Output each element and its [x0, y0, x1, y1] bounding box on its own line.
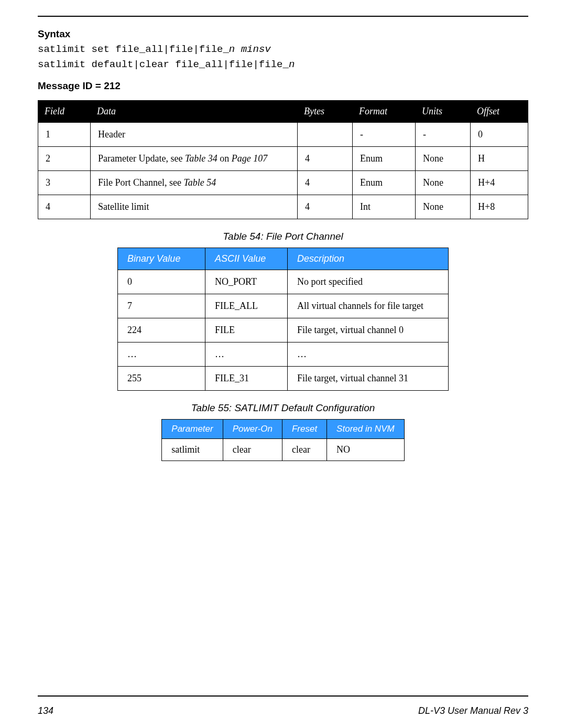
col-format: Format: [353, 100, 416, 122]
cell-bin: 224: [118, 318, 205, 342]
cell-ascii: NO_PORT: [205, 270, 288, 294]
syntax-line-2-prefix: satlimit default|clear file_all|file|fil…: [38, 59, 289, 70]
table-header-row: Field Data Bytes Format Units Offset: [38, 100, 528, 122]
cell-offset: H: [471, 146, 528, 170]
bottom-rule: [38, 695, 528, 697]
cell-offset: H+8: [471, 195, 528, 219]
col-units: Units: [416, 100, 471, 122]
satlimit-default-config-table: Parameter Power-On Freset Stored in NVM …: [161, 419, 404, 461]
cell-bin: 7: [118, 294, 205, 318]
syntax-line-1-n: n: [229, 44, 235, 55]
cell-bytes: [298, 122, 353, 146]
cell-data-mid: on: [217, 153, 232, 164]
cell-desc: …: [288, 342, 449, 366]
cell-data: Satellite limit: [91, 195, 298, 219]
cell-units: -: [416, 122, 471, 146]
cell-offset: 0: [471, 122, 528, 146]
cell-bin: …: [118, 342, 205, 366]
cell-units: None: [416, 146, 471, 170]
syntax-line-1-space: [235, 44, 241, 55]
cell-nvm: NO: [327, 438, 405, 461]
col-offset: Offset: [471, 100, 528, 122]
cell-desc: All virtual channels for file target: [288, 294, 449, 318]
cell-bytes: 4: [298, 195, 353, 219]
cell-field: 3: [38, 170, 91, 195]
cell-freset: clear: [282, 438, 326, 461]
top-rule: [38, 16, 528, 17]
cell-format: Enum: [353, 170, 416, 195]
message-id-heading: Message ID = 212: [38, 80, 528, 92]
cell-data: Parameter Update, see Table 34 on Page 1…: [91, 146, 298, 170]
footer-doc-title: DL-V3 User Manual Rev 3: [418, 705, 528, 716]
table-header-row: Binary Value ASCII Value Description: [118, 248, 449, 270]
table-header-row: Parameter Power-On Freset Stored in NVM: [162, 419, 404, 438]
syntax-line-1-minsv: minsv: [241, 44, 271, 55]
table-54-caption: Table 54: File Port Channel: [38, 231, 528, 242]
cell-bin: 255: [118, 366, 205, 390]
cell-ascii: …: [205, 342, 288, 366]
syntax-heading: Syntax: [38, 28, 528, 40]
col-freset: Freset: [282, 419, 326, 438]
cell-bin: 0: [118, 270, 205, 294]
cell-field: 2: [38, 146, 91, 170]
cell-bytes: 4: [298, 146, 353, 170]
cell-format: Enum: [353, 146, 416, 170]
col-bytes: Bytes: [298, 100, 353, 122]
table-row: 224 FILE File target, virtual channel 0: [118, 318, 449, 342]
table-row: 3 File Port Channel, see Table 54 4 Enum…: [38, 170, 528, 195]
cell-data: File Port Channel, see Table 54: [91, 170, 298, 195]
table-row: 0 NO_PORT No port specified: [118, 270, 449, 294]
col-binary-value: Binary Value: [118, 248, 205, 270]
cell-param: satlimit: [162, 438, 223, 461]
col-stored-nvm: Stored in NVM: [327, 419, 405, 438]
cell-data-prefix: File Port Channel, see: [98, 177, 183, 188]
col-data: Data: [91, 100, 298, 122]
col-ascii-value: ASCII Value: [205, 248, 288, 270]
message-fields-table: Field Data Bytes Format Units Offset 1 H…: [38, 100, 528, 219]
table-row: 1 Header - - 0: [38, 122, 528, 146]
table-row: 2 Parameter Update, see Table 34 on Page…: [38, 146, 528, 170]
document-page: Syntax satlimit set file_all|file|file_n…: [0, 0, 566, 728]
syntax-line-2: satlimit default|clear file_all|file|fil…: [38, 57, 528, 72]
table-row: … … …: [118, 342, 449, 366]
page-ref-link[interactable]: Page 107: [232, 153, 267, 164]
cell-units: None: [416, 195, 471, 219]
cell-format: -: [353, 122, 416, 146]
col-power-on: Power-On: [223, 419, 282, 438]
cell-offset: H+4: [471, 170, 528, 195]
table-ref-link[interactable]: Table 54: [183, 177, 216, 188]
col-parameter: Parameter: [162, 419, 223, 438]
col-field: Field: [38, 100, 91, 122]
cell-ascii: FILE_ALL: [205, 294, 288, 318]
col-description: Description: [288, 248, 449, 270]
syntax-line-2-n: n: [289, 59, 295, 70]
file-port-channel-table: Binary Value ASCII Value Description 0 N…: [117, 248, 449, 391]
footer-page-number: 134: [38, 705, 53, 716]
table-row: 255 FILE_31 File target, virtual channel…: [118, 366, 449, 390]
table-row: 4 Satellite limit 4 Int None H+8: [38, 195, 528, 219]
cell-field: 1: [38, 122, 91, 146]
page-footer: 134 DL-V3 User Manual Rev 3: [38, 705, 528, 716]
cell-desc: No port specified: [288, 270, 449, 294]
table-ref-link[interactable]: Table 34: [185, 153, 217, 164]
cell-field: 4: [38, 195, 91, 219]
cell-data: Header: [91, 122, 298, 146]
cell-bytes: 4: [298, 170, 353, 195]
cell-data-prefix: Parameter Update, see: [98, 153, 185, 164]
cell-poweron: clear: [223, 438, 282, 461]
syntax-line-1: satlimit set file_all|file|file_n minsv: [38, 42, 528, 57]
cell-units: None: [416, 170, 471, 195]
syntax-line-1-prefix: satlimit set file_all|file|file_: [38, 44, 229, 55]
cell-ascii: FILE: [205, 318, 288, 342]
cell-format: Int: [353, 195, 416, 219]
table-55-caption: Table 55: SATLIMIT Default Configuration: [38, 402, 528, 414]
cell-ascii: FILE_31: [205, 366, 288, 390]
table-row: 7 FILE_ALL All virtual channels for file…: [118, 294, 449, 318]
table-row: satlimit clear clear NO: [162, 438, 404, 461]
cell-desc: File target, virtual channel 31: [288, 366, 449, 390]
cell-desc: File target, virtual channel 0: [288, 318, 449, 342]
